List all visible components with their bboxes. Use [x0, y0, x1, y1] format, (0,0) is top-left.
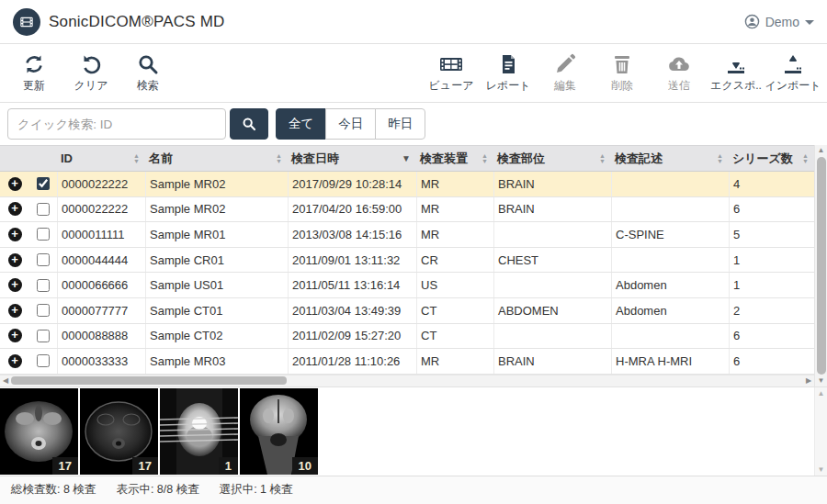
- sort-icon[interactable]: ▲▼: [599, 153, 606, 164]
- row-checkbox[interactable]: [37, 228, 50, 241]
- sort-icon[interactable]: ▲▼: [481, 153, 488, 164]
- table-row[interactable]: + 0000022222 Sample MR02 2017/04/20 16:5…: [0, 197, 814, 223]
- thumbnail-panel: 17 17: [0, 386, 827, 476]
- scroll-down-arrow[interactable]: ▼: [818, 375, 825, 386]
- filter-yesterday-button[interactable]: 昨日: [375, 108, 425, 140]
- table-row[interactable]: + 0000077777 Sample CT01 2011/03/04 13:4…: [0, 298, 814, 324]
- column-header-id[interactable]: ID ▲▼: [57, 151, 145, 165]
- scrollbar-thumb[interactable]: [11, 376, 287, 385]
- table-row[interactable]: + 0000033333 Sample MR03 2011/01/28 11:1…: [0, 349, 814, 375]
- cell-modality: MR: [416, 197, 493, 222]
- cell-series: 6: [729, 197, 814, 222]
- column-header-name[interactable]: 名前 ▲▼: [145, 151, 288, 167]
- series-thumbnail[interactable]: 17: [80, 388, 158, 475]
- expand-cell[interactable]: +: [0, 197, 29, 222]
- expand-plus-icon[interactable]: +: [8, 202, 22, 216]
- expand-cell[interactable]: +: [0, 324, 29, 349]
- row-checkbox[interactable]: [37, 279, 50, 292]
- cell-series: 4: [729, 172, 814, 196]
- column-header-bodypart[interactable]: 検査部位 ▲▼: [493, 151, 611, 167]
- report-button[interactable]: レポート: [480, 50, 537, 97]
- row-checkbox[interactable]: [37, 253, 50, 266]
- scroll-right-arrow[interactable]: ▶: [803, 376, 814, 385]
- checkbox-cell[interactable]: [29, 222, 57, 247]
- expand-cell[interactable]: +: [0, 298, 29, 323]
- series-thumbnail[interactable]: 1: [160, 388, 238, 475]
- series-thumbnail[interactable]: 10: [240, 388, 318, 475]
- column-header-series[interactable]: シリーズ数 ▲▼: [729, 151, 814, 167]
- checkbox-cell[interactable]: [29, 273, 57, 297]
- sort-icon[interactable]: ▲▼: [276, 153, 282, 164]
- quick-search-input[interactable]: [7, 108, 226, 140]
- sort-icon[interactable]: ▲▼: [802, 153, 809, 164]
- row-checkbox[interactable]: [37, 330, 50, 342]
- import-button[interactable]: インポート: [765, 50, 821, 97]
- viewer-button[interactable]: ビューア: [423, 50, 480, 97]
- vertical-scrollbar[interactable]: ▲ ▼: [814, 145, 827, 386]
- scroll-left-arrow[interactable]: ◀: [0, 376, 11, 385]
- expand-cell[interactable]: +: [0, 273, 29, 297]
- user-name: Demo: [765, 15, 799, 29]
- cell-name: Sample MR01: [145, 222, 288, 247]
- expand-plus-icon[interactable]: +: [8, 329, 22, 342]
- column-header-date[interactable]: 検査日時 ▼: [288, 151, 416, 167]
- checkbox-cell[interactable]: [29, 298, 57, 323]
- table-row[interactable]: + 0000022222 Sample MR02 2017/09/29 10:2…: [0, 172, 814, 197]
- expand-plus-icon[interactable]: +: [8, 278, 22, 292]
- cell-series: 6: [729, 324, 814, 349]
- user-menu[interactable]: Demo: [744, 14, 814, 29]
- quick-search-button[interactable]: [230, 108, 268, 140]
- cell-description: [611, 197, 729, 222]
- expand-cell[interactable]: +: [0, 222, 29, 247]
- scroll-up-arrow[interactable]: ▲: [818, 145, 825, 156]
- expand-plus-icon[interactable]: +: [8, 177, 22, 191]
- sort-icon[interactable]: ▲▼: [133, 153, 140, 164]
- row-checkbox[interactable]: [37, 177, 50, 190]
- table-row[interactable]: + 0000088888 Sample CT02 2011/02/09 15:2…: [0, 324, 814, 350]
- expand-plus-icon[interactable]: +: [8, 253, 22, 267]
- filter-all-button[interactable]: 全て: [276, 108, 326, 140]
- horizontal-scrollbar[interactable]: ◀ ▶: [0, 375, 814, 386]
- expand-cell[interactable]: +: [0, 349, 29, 374]
- date-filter-group: 全て 今日 昨日: [276, 108, 425, 140]
- expand-plus-icon[interactable]: +: [8, 304, 22, 318]
- checkbox-cell[interactable]: [29, 349, 57, 374]
- row-checkbox[interactable]: [37, 203, 50, 216]
- cell-series: 1: [729, 273, 814, 297]
- tool-label: 削除: [611, 78, 633, 94]
- send-button[interactable]: 送信: [651, 50, 708, 97]
- checkbox-cell[interactable]: [29, 172, 57, 196]
- row-checkbox[interactable]: [37, 304, 50, 317]
- scroll-down-arrow[interactable]: ▼: [818, 465, 825, 474]
- checkbox-cell[interactable]: [29, 248, 57, 273]
- checkbox-cell[interactable]: [29, 324, 57, 349]
- search-tool-button[interactable]: 検索: [119, 50, 176, 97]
- export-button[interactable]: エクスポ..: [708, 50, 765, 97]
- expand-cell[interactable]: +: [0, 172, 29, 196]
- sort-icon[interactable]: ▲▼: [717, 153, 723, 164]
- edit-button[interactable]: 編集: [537, 50, 594, 97]
- filter-today-button[interactable]: 今日: [325, 108, 376, 140]
- expand-cell[interactable]: +: [0, 248, 29, 273]
- thumbnail-vertical-scrollbar[interactable]: ▲ ▼: [814, 387, 827, 476]
- toolbar: 更新 クリア 検索 ビューア: [0, 44, 827, 103]
- column-header-modality[interactable]: 検査装置 ▲▼: [416, 151, 493, 167]
- refresh-button[interactable]: 更新: [6, 50, 62, 97]
- sort-desc-icon[interactable]: ▼: [402, 153, 411, 163]
- clear-button[interactable]: クリア: [62, 50, 119, 97]
- table-row[interactable]: + 0000044444 Sample CR01 2011/09/01 13:1…: [0, 248, 814, 274]
- checkbox-cell[interactable]: [29, 197, 57, 222]
- cell-description: [611, 172, 729, 196]
- series-thumbnail[interactable]: 17: [0, 388, 78, 475]
- expand-plus-icon[interactable]: +: [8, 228, 22, 241]
- cell-date: 2013/03/08 14:15:16: [288, 222, 416, 247]
- table-row[interactable]: + 0000066666 Sample US01 2011/05/11 13:1…: [0, 273, 814, 298]
- delete-button[interactable]: 削除: [594, 50, 651, 97]
- tool-label: 更新: [23, 78, 45, 94]
- table-row[interactable]: + 0000011111 Sample MR01 2013/03/08 14:1…: [0, 222, 814, 248]
- expand-plus-icon[interactable]: +: [8, 354, 22, 368]
- row-checkbox[interactable]: [37, 354, 50, 367]
- scroll-up-arrow[interactable]: ▲: [818, 389, 825, 398]
- column-header-description[interactable]: 検査記述 ▲▼: [611, 151, 729, 167]
- scrollbar-thumb[interactable]: [817, 157, 826, 375]
